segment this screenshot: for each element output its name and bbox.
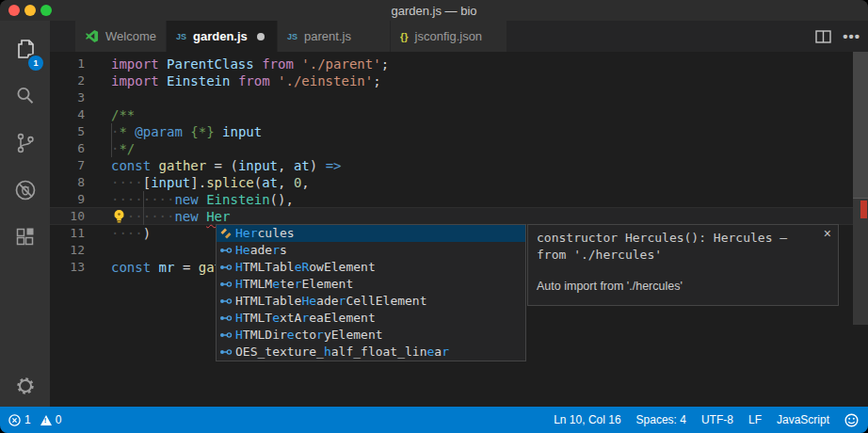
- suggestion-label: TMLM: [243, 276, 272, 293]
- suggestion-item[interactable]: HTMLTableRowElement: [217, 259, 525, 276]
- suggestion-item[interactable]: Headers: [217, 242, 525, 259]
- code-token: =: [174, 260, 198, 275]
- code-line[interactable]: ····[input].splice(at, 0,: [111, 174, 310, 191]
- suggestion-label: e: [272, 310, 280, 327]
- suggestion-label: te: [280, 276, 295, 293]
- suggestion-item[interactable]: OES_texture_half_float_linear: [217, 344, 525, 361]
- code-token: ;: [373, 73, 380, 88]
- suggestion-signature: constructor Hercules(): Hercules — from …: [537, 230, 819, 264]
- line-number[interactable]: 12: [50, 242, 85, 259]
- js-badge-icon: JS: [287, 32, 297, 41]
- line-number[interactable]: 8: [50, 174, 85, 191]
- line-number[interactable]: 1: [50, 56, 85, 72]
- tab-bar: WelcomeJSgarden.jsJSparent.js{}jsconfig.…: [50, 21, 868, 52]
- code-token: const: [111, 158, 151, 173]
- code-line[interactable]: ········new Her: [111, 208, 230, 225]
- line-number[interactable]: 2: [50, 72, 85, 89]
- sidebar-item-search[interactable]: [0, 75, 50, 117]
- code-line[interactable]: const gather = (input, at) =>: [111, 157, 341, 174]
- sidebar-item-explorer[interactable]: 1: [0, 28, 50, 70]
- suggestion-item[interactable]: HTMLTextAreaElement: [217, 310, 525, 327]
- status-bar-right: Ln 10, Col 16Spaces: 4UTF-8LFJavaScript: [554, 407, 859, 433]
- code-line[interactable]: /**: [111, 106, 135, 123]
- code-token: ParentClass: [167, 56, 254, 72]
- suggestion-item[interactable]: HTMLTableHeaderCellElement: [217, 293, 525, 310]
- code-token: [254, 56, 262, 72]
- code-line[interactable]: import ParentClass from './parent';: [111, 56, 389, 72]
- suggestion-label: e: [295, 259, 302, 276]
- tab-label: parent.js: [304, 29, 351, 43]
- code-token: input: [222, 124, 262, 139]
- sidebar-item-source-control[interactable]: [0, 122, 50, 164]
- code-line[interactable]: ·* @param {*} input: [111, 123, 262, 140]
- code-token: [: [143, 175, 151, 190]
- suggestion-label: r: [272, 242, 280, 259]
- close-icon[interactable]: ×: [824, 227, 831, 240]
- scrollbar-slider[interactable]: [853, 52, 868, 199]
- extensions-icon: [14, 226, 37, 249]
- problems-indicator[interactable]: 1 0: [8, 407, 61, 433]
- feedback-smiley-icon[interactable]: [844, 413, 859, 427]
- tab-label: garden.js: [193, 29, 248, 43]
- status-ln[interactable]: Ln 10, Col 16: [554, 413, 620, 426]
- more-actions-button[interactable]: •••: [843, 32, 860, 41]
- suggestion-label: OES_texture_: [235, 344, 324, 361]
- scrollbar-track[interactable]: [853, 52, 868, 325]
- line-number[interactable]: 9: [50, 191, 85, 208]
- code-line[interactable]: import Einstein from './einstein';: [111, 72, 381, 89]
- code-line[interactable]: const mr = gath: [111, 259, 230, 276]
- code-token: input: [151, 175, 190, 190]
- line-number[interactable]: 11: [50, 225, 85, 242]
- editor-tabs: WelcomeJSgarden.jsJSparent.js{}jsconfig.…: [75, 21, 507, 52]
- code-line[interactable]: ·*/: [111, 140, 135, 157]
- status-lf[interactable]: LF: [748, 413, 762, 426]
- code-line[interactable]: ········new Einstein(),: [111, 191, 294, 208]
- code-token: at: [294, 158, 310, 173]
- line-number[interactable]: 13: [50, 259, 85, 276]
- suggestion-label: s: [280, 242, 287, 259]
- suggest-widget: HerculesHeadersHTMLTableRowElementHTMLMe…: [216, 224, 526, 361]
- code-token: ,: [301, 175, 309, 190]
- line-number[interactable]: 3: [50, 89, 85, 106]
- suggestion-label: r: [339, 293, 346, 310]
- suggestion-item[interactable]: HTMLMeterElement: [217, 276, 525, 293]
- settings-gear-button[interactable]: [0, 365, 50, 407]
- code-token: ].: [190, 175, 206, 190]
- line-number[interactable]: 5: [50, 123, 85, 140]
- indent-guide: [143, 191, 144, 225]
- code-token: mr: [159, 260, 175, 275]
- line-number[interactable]: 7: [50, 157, 85, 174]
- error-token: Her: [206, 209, 230, 224]
- code-token: ····: [111, 175, 143, 190]
- code-token: ;: [381, 56, 389, 72]
- tab-welcome[interactable]: Welcome: [75, 21, 167, 52]
- suggestion-item[interactable]: HTMLDirectoryElement: [217, 327, 525, 344]
- reference-icon: [217, 261, 235, 274]
- tab-parent-js[interactable]: JSparent.js: [278, 21, 391, 52]
- class-icon: [217, 227, 235, 240]
- line-number[interactable]: 6: [50, 140, 85, 157]
- tab-jsconfig-json[interactable]: {}jsconfig.json: [391, 21, 507, 52]
- sidebar-item-extensions[interactable]: [0, 216, 50, 258]
- split-editor-button[interactable]: [815, 30, 831, 43]
- reference-icon: [217, 329, 235, 342]
- tab-garden-js[interactable]: JSgarden.js: [167, 21, 278, 52]
- status-spaces[interactable]: Spaces: 4: [636, 413, 686, 426]
- suggestion-label: xtA: [280, 310, 301, 327]
- line-number[interactable]: 10: [50, 208, 85, 225]
- code-token: (: [254, 175, 262, 190]
- line-number[interactable]: 4: [50, 106, 85, 123]
- suggestion-label: He: [235, 242, 250, 259]
- status-utf-8[interactable]: UTF-8: [701, 413, 733, 426]
- code-line[interactable]: ····): [111, 225, 151, 242]
- lightbulb-icon[interactable]: [112, 209, 126, 227]
- git-branch-icon: [14, 132, 37, 154]
- code-token: ): [143, 226, 151, 241]
- suggestion-item[interactable]: Hercules: [217, 225, 525, 242]
- sidebar-item-debug[interactable]: [0, 169, 50, 211]
- suggestion-label: HTMLTable: [235, 293, 301, 310]
- suggestion-label: e: [427, 344, 435, 361]
- code-token: gather: [159, 158, 207, 173]
- status-javascript[interactable]: JavaScript: [777, 413, 829, 426]
- activity-bar: 1: [0, 21, 50, 407]
